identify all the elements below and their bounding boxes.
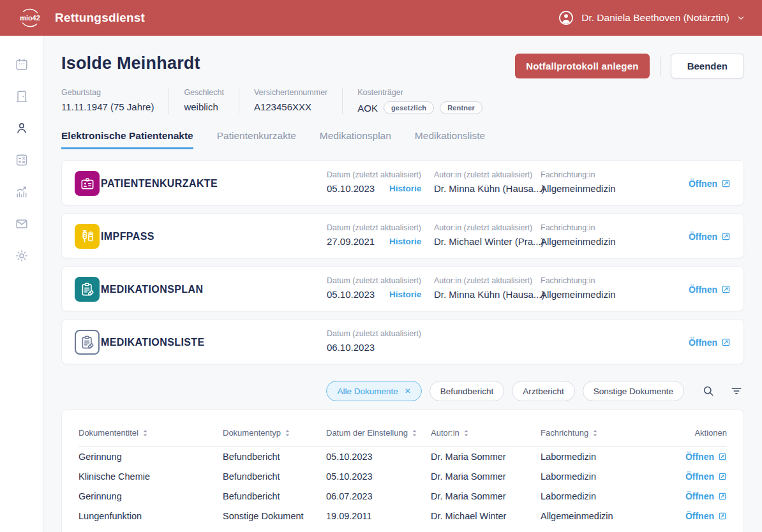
open-document-link[interactable]: Öffnen bbox=[685, 452, 727, 462]
card-date-label: Datum (zuletzt aktualisiert) bbox=[327, 276, 421, 285]
chip-befundbericht[interactable]: Befundbericht bbox=[430, 381, 504, 401]
tab-medikationsliste[interactable]: Medikationsliste bbox=[415, 130, 485, 149]
cell-date: 05.10.2023 bbox=[326, 471, 431, 482]
table-row: Klinische Chemie Befundbericht 05.10.202… bbox=[78, 466, 727, 486]
cell-date: 06.07.2023 bbox=[326, 491, 431, 501]
cell-author: Dr. Maria Sommer bbox=[431, 471, 541, 482]
open-label: Öffnen bbox=[689, 179, 717, 189]
tab-patientenkurzakte[interactable]: Patientenkurzakte bbox=[217, 130, 296, 149]
create-emergency-protocol-button[interactable]: Notfallprotokoll anlegen bbox=[515, 54, 649, 78]
cell-date: 05.10.2023 bbox=[326, 452, 431, 462]
open-label: Öffnen bbox=[685, 471, 714, 482]
document-filter-row: Alle Dokumente ✕ Befundbericht Arztberic… bbox=[61, 381, 744, 401]
open-patientenkurzakte-link[interactable]: Öffnen bbox=[689, 161, 731, 206]
tab-medikationsplan[interactable]: Medikationsplan bbox=[320, 130, 391, 149]
cell-specialty: Labormedizin bbox=[541, 471, 677, 482]
sort-icon bbox=[142, 429, 148, 437]
close-icon[interactable]: ✕ bbox=[405, 387, 411, 395]
external-link-icon bbox=[718, 492, 727, 501]
app-header: mio42 Rettungsdienst Dr. Daniela Beethov… bbox=[0, 0, 762, 36]
field-value: A123456XXX bbox=[254, 101, 327, 112]
chip-sonstige-dokumente[interactable]: Sonstige Dokumente bbox=[583, 381, 684, 401]
sidebar-item-messages[interactable] bbox=[14, 216, 29, 232]
user-menu[interactable]: Dr. Daniela Beethoven (Notärztin) bbox=[558, 10, 745, 26]
sidebar-item-calendar[interactable] bbox=[14, 57, 29, 72]
card-author: Dr. Minna Kühn (Hausa...) bbox=[434, 183, 544, 194]
cell-author: Dr. Maria Sommer bbox=[431, 491, 541, 501]
card-date: 06.10.2023 bbox=[327, 342, 421, 353]
cell-type: Befundbericht bbox=[223, 452, 326, 462]
user-name: Dr. Daniela Beethoven (Notärztin) bbox=[581, 12, 729, 24]
payer-badge-statutory: gesetzlich bbox=[384, 101, 434, 114]
field-payer: Kostenträger AOK gesetzlich Rentner bbox=[342, 88, 497, 114]
end-session-button[interactable]: Beenden bbox=[671, 54, 744, 78]
card-specialty-label: Fachrichtung:in bbox=[541, 223, 616, 232]
chip-alle-dokumente[interactable]: Alle Dokumente ✕ bbox=[326, 381, 421, 401]
history-link[interactable]: Historie bbox=[389, 237, 421, 246]
column-label: Datum der Einstellung bbox=[326, 428, 408, 438]
open-impfpass-link[interactable]: Öffnen bbox=[689, 214, 731, 259]
card-title: MEDIKATIONSLISTE bbox=[101, 320, 205, 365]
sidebar-item-room[interactable] bbox=[14, 89, 29, 104]
chip-label: Arztbericht bbox=[523, 387, 564, 396]
sort-icon bbox=[285, 429, 290, 437]
document-cards: PATIENTENKURZAKTE Datum (zuletzt aktuali… bbox=[61, 160, 744, 364]
card-date-label: Datum (zuletzt aktualisiert) bbox=[327, 170, 421, 179]
column-label: Autor:in bbox=[431, 428, 459, 438]
open-document-link[interactable]: Öffnen bbox=[685, 491, 727, 501]
sort-icon bbox=[592, 429, 598, 437]
external-link-icon bbox=[721, 179, 731, 188]
field-label: Geschlecht bbox=[184, 88, 224, 97]
sidebar-item-settings[interactable] bbox=[14, 248, 29, 263]
filter-button[interactable] bbox=[729, 383, 744, 399]
table-row: Lungenfunktion Sonstige Dokument 19.09.2… bbox=[78, 506, 727, 526]
column-header-aktionen: Aktionen bbox=[677, 428, 727, 438]
card-specialty: Allgemeinmedizin bbox=[541, 236, 616, 247]
cell-date: 19.09.2011 bbox=[326, 511, 431, 521]
chip-label: Alle Dokumente bbox=[337, 387, 398, 396]
patient-info-row: Geburtstag 11.11.1947 (75 Jahre) Geschle… bbox=[61, 88, 744, 114]
field-label: Kostenträger bbox=[357, 88, 482, 97]
page-title: Isolde Meinhardt bbox=[61, 54, 200, 73]
history-link[interactable]: Historie bbox=[389, 184, 421, 193]
chart-icon bbox=[15, 185, 29, 199]
external-link-icon bbox=[718, 512, 727, 521]
calendar-icon bbox=[15, 57, 29, 71]
mio42-logo: mio42 bbox=[17, 4, 43, 31]
id-card-icon bbox=[75, 171, 100, 196]
column-header-datum[interactable]: Datum der Einstellung bbox=[326, 428, 431, 438]
card-date: 27.09.2021 bbox=[327, 236, 375, 247]
open-document-link[interactable]: Öffnen bbox=[685, 471, 727, 482]
sidebar-item-statistics[interactable] bbox=[14, 184, 29, 200]
cell-title: Gerinnung bbox=[78, 491, 223, 501]
chip-arztbericht[interactable]: Arztbericht bbox=[512, 381, 575, 401]
card-impfpass: IMPFPASS Datum (zuletzt aktualisiert) 27… bbox=[61, 213, 744, 258]
column-header-fachrichtung[interactable]: Fachrichtung bbox=[541, 428, 677, 438]
history-link[interactable]: Historie bbox=[389, 290, 421, 299]
tab-elektronische-patientenakte[interactable]: Elektronische Patientenakte bbox=[61, 130, 193, 149]
open-label: Öffnen bbox=[685, 452, 714, 462]
search-button[interactable] bbox=[701, 383, 716, 399]
open-medikationsliste-link[interactable]: Öffnen bbox=[689, 320, 731, 365]
card-author-label: Autor:in (zuletzt aktualisiert) bbox=[434, 170, 544, 179]
sidebar-item-calculator[interactable] bbox=[14, 152, 29, 168]
filter-lines-icon bbox=[730, 385, 743, 397]
sidebar-item-patient[interactable] bbox=[14, 121, 29, 136]
open-document-link[interactable]: Öffnen bbox=[685, 511, 727, 521]
card-date: 05.10.2023 bbox=[327, 289, 375, 300]
card-specialty: Allgemeinmedizin bbox=[541, 289, 616, 300]
cell-title: Lungenfunktion bbox=[78, 511, 223, 521]
card-title: MEDIKATIONSPLAN bbox=[101, 267, 203, 312]
card-author: Dr. Minna Kühn (Hausa...) bbox=[434, 289, 544, 300]
card-date-label: Datum (zuletzt aktualisiert) bbox=[327, 223, 421, 232]
external-link-icon bbox=[721, 232, 731, 241]
card-specialty: Allgemeinmedizin bbox=[541, 183, 616, 194]
column-header-autor[interactable]: Autor:in bbox=[431, 428, 541, 438]
card-specialty-label: Fachrichtung:in bbox=[541, 276, 616, 285]
card-medikationsplan: MEDIKATIONSPLAN Datum (zuletzt aktualisi… bbox=[61, 266, 744, 311]
cell-specialty: Labormedizin bbox=[541, 491, 677, 501]
open-medikationsplan-link[interactable]: Öffnen bbox=[689, 267, 731, 312]
column-header-dokumententyp[interactable]: Dokumententyp bbox=[223, 428, 326, 438]
cell-title: Gerinnung bbox=[78, 452, 223, 462]
column-header-dokumententitel[interactable]: Dokumententitel bbox=[78, 428, 223, 438]
